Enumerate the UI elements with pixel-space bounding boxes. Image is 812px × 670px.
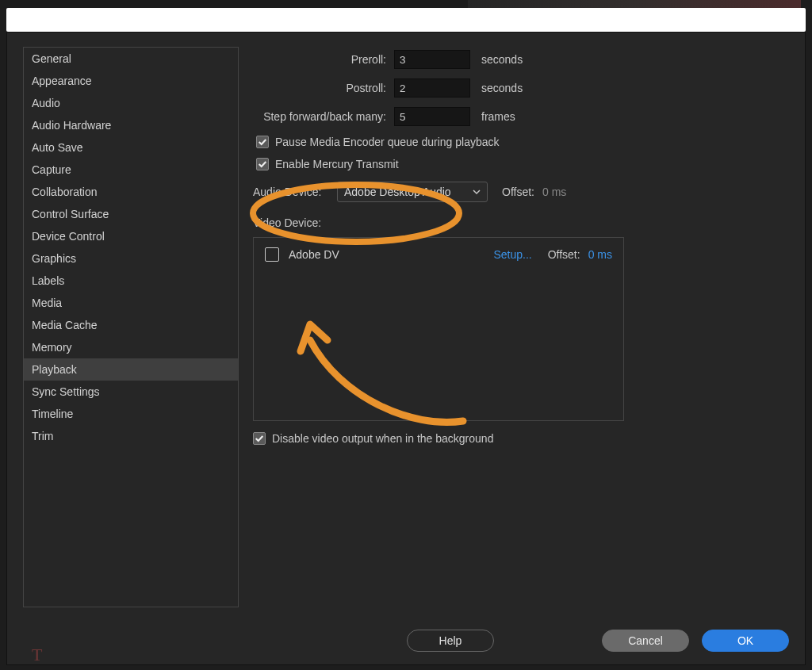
sidebar-item-general[interactable]: General bbox=[24, 48, 238, 70]
step-input[interactable] bbox=[394, 107, 470, 126]
playback-panel: Preroll: seconds Postroll: seconds Step … bbox=[253, 47, 789, 607]
video-device-panel: Adobe DV Setup... Offset: 0 ms bbox=[253, 237, 624, 421]
checkmark-icon bbox=[255, 434, 264, 443]
audio-offset-label: Offset: bbox=[502, 186, 534, 198]
audio-device-dropdown[interactable]: Adobe Desktop Audio bbox=[337, 182, 488, 202]
disable-video-bg-label: Disable video output when in the backgro… bbox=[272, 432, 493, 445]
step-unit: frames bbox=[481, 110, 515, 123]
disable-video-bg-row: Disable video output when in the backgro… bbox=[253, 432, 789, 445]
sidebar-item-media[interactable]: Media bbox=[24, 292, 238, 314]
sidebar-item-audio-hardware[interactable]: Audio Hardware bbox=[24, 114, 238, 136]
dialog-titlebar bbox=[6, 8, 806, 32]
adobe-dv-label: Adobe DV bbox=[289, 248, 493, 261]
audio-device-label: Audio Device: bbox=[253, 186, 329, 198]
audio-device-row: Audio Device: Adobe Desktop Audio Offset… bbox=[253, 182, 789, 202]
adobe-dv-offset-label: Offset: bbox=[548, 248, 580, 261]
postroll-label: Postroll: bbox=[253, 82, 386, 94]
help-button[interactable]: Help bbox=[407, 630, 494, 652]
postroll-input[interactable] bbox=[394, 78, 470, 98]
sidebar-item-auto-save[interactable]: Auto Save bbox=[24, 136, 238, 159]
chevron-down-icon bbox=[473, 188, 481, 196]
dialog-content: GeneralAppearanceAudioAudio HardwareAuto… bbox=[23, 47, 789, 607]
sidebar-item-capture[interactable]: Capture bbox=[24, 159, 238, 181]
postroll-row: Postroll: seconds bbox=[253, 78, 789, 98]
sidebar-item-playback[interactable]: Playback bbox=[24, 358, 238, 381]
checkmark-icon bbox=[258, 137, 267, 147]
postroll-unit: seconds bbox=[481, 82, 523, 94]
pause-media-encoder-row: Pause Media Encoder queue during playbac… bbox=[256, 136, 789, 148]
video-device-label: Video Device: bbox=[253, 216, 789, 229]
preroll-label: Preroll: bbox=[253, 53, 386, 66]
preferences-dialog: GeneralAppearanceAudioAudio HardwareAuto… bbox=[6, 32, 806, 665]
preroll-unit: seconds bbox=[481, 53, 523, 66]
adobe-dv-offset-value[interactable]: 0 ms bbox=[588, 248, 612, 261]
sidebar-item-media-cache[interactable]: Media Cache bbox=[24, 314, 238, 336]
sidebar-item-timeline[interactable]: Timeline bbox=[24, 403, 238, 425]
type-tool-icon: T bbox=[32, 645, 42, 665]
step-label: Step forward/back many: bbox=[253, 110, 386, 123]
pause-media-encoder-checkbox[interactable] bbox=[256, 136, 269, 148]
sidebar-item-device-control[interactable]: Device Control bbox=[24, 225, 238, 247]
sidebar-item-trim[interactable]: Trim bbox=[24, 425, 238, 447]
sidebar-item-graphics[interactable]: Graphics bbox=[24, 247, 238, 270]
sidebar-item-control-surface[interactable]: Control Surface bbox=[24, 203, 238, 225]
pause-media-encoder-label: Pause Media Encoder queue during playbac… bbox=[275, 136, 500, 148]
enable-mercury-checkbox[interactable] bbox=[256, 158, 269, 170]
sidebar-item-audio[interactable]: Audio bbox=[24, 92, 238, 114]
video-device-row: Adobe DV Setup... Offset: 0 ms bbox=[265, 247, 612, 262]
dialog-footer: Help Cancel OK bbox=[7, 617, 805, 664]
background-image-hint bbox=[468, 0, 801, 8]
sidebar-item-labels[interactable]: Labels bbox=[24, 270, 238, 292]
background-app-toolbar: T bbox=[32, 641, 42, 668]
preferences-sidebar: GeneralAppearanceAudioAudio HardwareAuto… bbox=[23, 47, 239, 607]
audio-offset-value[interactable]: 0 ms bbox=[542, 186, 566, 198]
checkmark-icon bbox=[258, 159, 267, 169]
sidebar-item-collaboration[interactable]: Collaboration bbox=[24, 181, 238, 203]
preroll-input[interactable] bbox=[394, 50, 470, 69]
enable-mercury-row: Enable Mercury Transmit bbox=[256, 158, 789, 170]
enable-mercury-label: Enable Mercury Transmit bbox=[275, 158, 399, 170]
disable-video-bg-checkbox[interactable] bbox=[253, 432, 266, 445]
ok-button[interactable]: OK bbox=[702, 630, 789, 652]
cancel-button[interactable]: Cancel bbox=[602, 630, 689, 652]
preroll-row: Preroll: seconds bbox=[253, 50, 789, 69]
sidebar-item-memory[interactable]: Memory bbox=[24, 336, 238, 358]
adobe-dv-checkbox[interactable] bbox=[265, 247, 279, 262]
sidebar-item-sync-settings[interactable]: Sync Settings bbox=[24, 381, 238, 403]
adobe-dv-setup-link[interactable]: Setup... bbox=[493, 248, 531, 261]
audio-device-selected: Adobe Desktop Audio bbox=[344, 186, 451, 198]
step-row: Step forward/back many: frames bbox=[253, 107, 789, 126]
sidebar-item-appearance[interactable]: Appearance bbox=[24, 70, 238, 92]
